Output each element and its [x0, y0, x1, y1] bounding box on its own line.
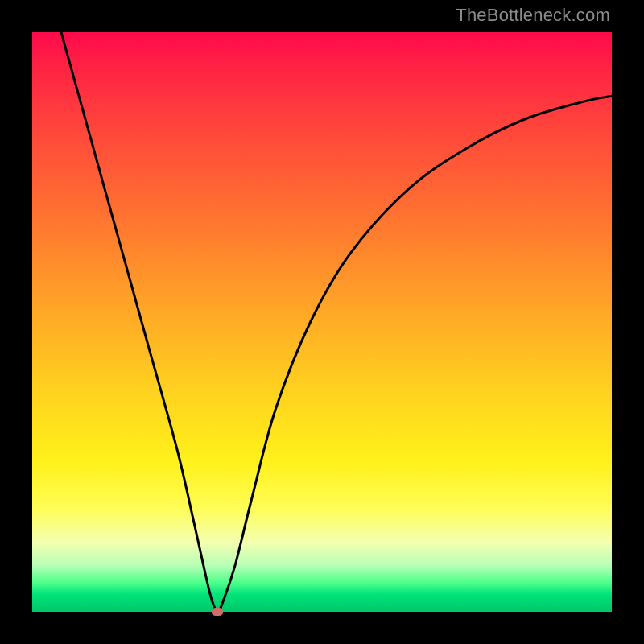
plot-area [32, 32, 612, 612]
optimum-marker [212, 608, 223, 616]
chart-frame: TheBottleneck.com [0, 0, 644, 644]
bottleneck-curve [61, 32, 612, 612]
watermark-text: TheBottleneck.com [456, 5, 610, 26]
curve-svg [32, 32, 612, 612]
